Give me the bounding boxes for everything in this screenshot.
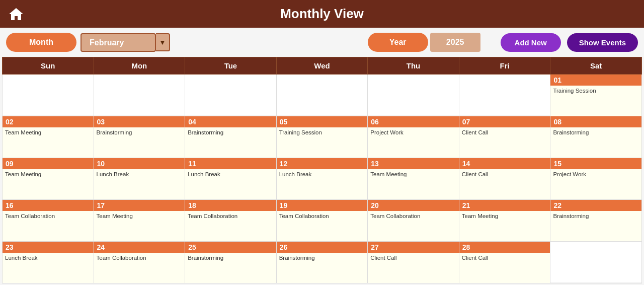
event-item[interactable]: Client Call	[462, 171, 548, 177]
calendar-cell[interactable]	[459, 75, 550, 116]
event-item[interactable]: Brainstorming	[553, 213, 639, 219]
home-icon[interactable]	[8, 6, 24, 22]
dow-thu: Thu	[368, 57, 459, 75]
event-item[interactable]: Brainstorming	[97, 129, 183, 135]
cell-events: Lunch Break	[94, 169, 185, 199]
event-item[interactable]: Lunch Break	[188, 171, 274, 177]
cell-events: Client Call	[459, 127, 550, 158]
date-number: 06	[368, 116, 459, 127]
add-new-button[interactable]: Add New	[501, 33, 561, 52]
event-item[interactable]: Brainstorming	[553, 129, 639, 135]
event-item[interactable]: Project Work	[553, 171, 639, 177]
calendar-cell[interactable]: 13Team Meeting	[368, 158, 459, 200]
calendar-cell[interactable]	[550, 242, 642, 283]
calendar-cell[interactable]: 08Brainstorming	[550, 116, 642, 158]
year-value: 2025	[430, 33, 480, 52]
event-item[interactable]: Team Meeting	[5, 171, 91, 177]
cell-events: Team Collaboration	[3, 211, 94, 241]
calendar-cell[interactable]	[276, 75, 368, 116]
cell-events: Team Collaboration	[368, 211, 459, 241]
month-button[interactable]: Month	[6, 33, 76, 52]
calendar-cell[interactable]: 03Brainstorming	[94, 116, 185, 158]
dow-fri: Fri	[459, 57, 550, 75]
event-item[interactable]: Client Call	[462, 255, 548, 261]
calendar-cell[interactable]: 26Brainstorming	[276, 242, 368, 283]
calendar-cell[interactable]: 02Team Meeting	[3, 116, 94, 158]
show-events-button[interactable]: Show Events	[567, 33, 638, 52]
calendar-cell[interactable]	[3, 75, 94, 116]
calendar-cell[interactable]: 11Lunch Break	[185, 158, 277, 200]
event-item[interactable]: Lunch Break	[5, 255, 91, 261]
cell-events: Brainstorming	[185, 253, 276, 283]
calendar-cell[interactable]: 17Team Meeting	[94, 200, 185, 242]
date-number: 28	[459, 242, 550, 253]
event-item[interactable]: Team Collaboration	[188, 213, 274, 219]
calendar-cell[interactable]: 04Brainstorming	[185, 116, 277, 158]
date-number: 08	[550, 116, 641, 127]
dropdown-arrow-icon[interactable]: ▼	[156, 33, 170, 51]
event-item[interactable]: Lunch Break	[279, 171, 365, 177]
calendar-cell[interactable]	[185, 75, 277, 116]
days-of-week-header: Sun Mon Tue Wed Thu Fri Sat	[3, 57, 642, 75]
calendar-cell[interactable]: 19Team Collaboration	[276, 200, 368, 242]
calendar-cell[interactable]: 25Brainstorming	[185, 242, 277, 283]
date-number: 02	[3, 116, 94, 127]
calendar-cell[interactable]: 15Project Work	[550, 158, 642, 200]
calendar-cell[interactable]: 14Client Call	[459, 158, 550, 200]
event-item[interactable]: Lunch Break	[97, 171, 183, 177]
event-item[interactable]: Training Session	[553, 88, 639, 94]
date-number: 09	[3, 158, 94, 169]
event-item[interactable]: Brainstorming	[188, 129, 274, 135]
event-item[interactable]: Project Work	[370, 129, 456, 135]
event-item[interactable]: Client Call	[462, 129, 548, 135]
calendar-cell[interactable]: 07Client Call	[459, 116, 550, 158]
cell-events: Team Meeting	[94, 211, 185, 241]
date-number: 16	[3, 200, 94, 211]
date-number: 22	[550, 200, 641, 211]
calendar-cell[interactable]: 20Team Collaboration	[368, 200, 459, 242]
date-number: 21	[459, 200, 550, 211]
event-item[interactable]: Team Collaboration	[279, 213, 365, 219]
event-item[interactable]: Training Session	[279, 129, 365, 135]
date-number: 20	[368, 200, 459, 211]
date-number: 19	[277, 200, 368, 211]
event-item[interactable]: Team Meeting	[370, 171, 456, 177]
calendar-cell[interactable]: 10Lunch Break	[94, 158, 185, 200]
calendar-cell[interactable]: 16Team Collaboration	[3, 200, 94, 242]
calendar-cell[interactable]: 28Client Call	[459, 242, 550, 283]
calendar-cell[interactable]: 09Team Meeting	[3, 158, 94, 200]
event-item[interactable]: Team Collaboration	[370, 213, 456, 219]
calendar-cell[interactable]: 06Project Work	[368, 116, 459, 158]
date-number: 03	[94, 116, 185, 127]
event-item[interactable]: Team Collaboration	[5, 213, 91, 219]
event-item[interactable]: Brainstorming	[279, 255, 365, 261]
event-item[interactable]: Brainstorming	[188, 255, 274, 261]
cell-events: Team Meeting	[368, 169, 459, 199]
event-item[interactable]: Team Meeting	[5, 129, 91, 135]
month-select-wrap: February January March April May June Ju…	[80, 33, 170, 52]
calendar-cell[interactable]: 22Brainstorming	[550, 200, 642, 242]
cell-events: Training Session	[277, 127, 368, 158]
event-item[interactable]: Client Call	[370, 255, 456, 261]
cell-events: Team Meeting	[3, 169, 94, 199]
event-item[interactable]: Team Collaboration	[97, 255, 183, 261]
calendar-cell[interactable]	[94, 75, 185, 116]
event-item[interactable]: Team Meeting	[97, 213, 183, 219]
dow-tue: Tue	[185, 57, 277, 75]
event-item[interactable]: Team Meeting	[462, 213, 548, 219]
cell-events: Lunch Break	[3, 253, 94, 283]
dow-sat: Sat	[550, 57, 642, 75]
calendar-cell[interactable]: 24Team Collaboration	[94, 242, 185, 283]
calendar-cell[interactable]: 23Lunch Break	[3, 242, 94, 283]
calendar-cell[interactable]: 21Team Meeting	[459, 200, 550, 242]
calendar-cell[interactable]: 01Training Session	[550, 75, 642, 116]
calendar-week-4: 16Team Collaboration17Team Meeting18Team…	[3, 200, 642, 242]
calendar-cell[interactable]	[368, 75, 459, 116]
date-number: 04	[185, 116, 276, 127]
month-select[interactable]: February January March April May June Ju…	[80, 33, 156, 52]
calendar-cell[interactable]: 05Training Session	[276, 116, 368, 158]
cell-events: Client Call	[368, 253, 459, 283]
calendar-cell[interactable]: 18Team Collaboration	[185, 200, 277, 242]
calendar-cell[interactable]: 12Lunch Break	[276, 158, 368, 200]
calendar-cell[interactable]: 27Client Call	[368, 242, 459, 283]
